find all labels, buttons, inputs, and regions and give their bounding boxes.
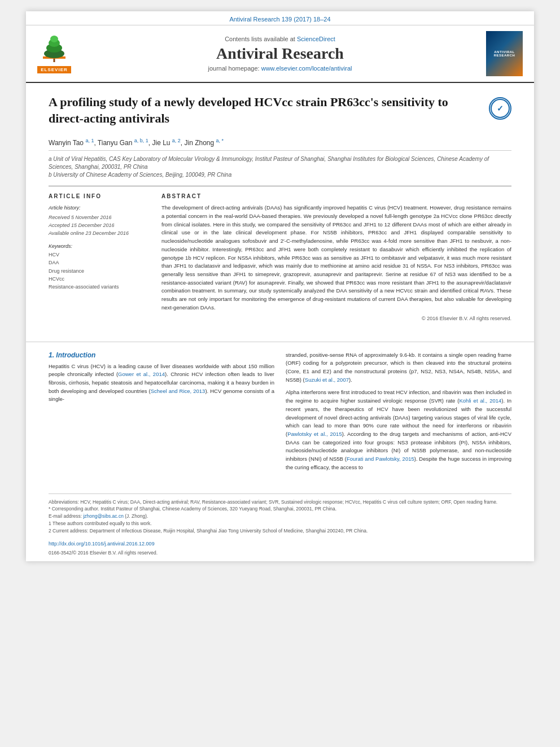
received-date: Received 5 November 2016	[49, 213, 150, 221]
svg-point-4	[50, 36, 58, 42]
abstract-text: The development of direct-acting antivir…	[161, 204, 511, 312]
journal-cover-image: ANTIVIRAL RESEARCH	[486, 31, 523, 76]
authors-line: Wanyin Tao a, 1, Tianyu Gan a, b, 1, Jie…	[49, 138, 511, 147]
journal-header-center: Contents lists available at ScienceDirec…	[82, 36, 478, 72]
affiliations: a Unit of Viral Hepatitis, CAS Key Labor…	[49, 150, 511, 179]
homepage-link[interactable]: www.elsevier.com/locate/antiviral	[261, 65, 352, 72]
journal-homepage: journal homepage: www.elsevier.com/locat…	[82, 65, 478, 72]
article-title: A profiling study of a newly developed H…	[49, 94, 511, 126]
abstract-section: ABSTRACT The development of direct-actin…	[161, 193, 511, 321]
accepted-date: Accepted 15 December 2016	[49, 221, 150, 229]
elsevier-tree-icon	[37, 34, 71, 65]
corresponding-note: * Corresponding author. Institut Pasteur…	[49, 505, 511, 513]
intro-paragraph-3: Alpha interferons were first introduced …	[286, 388, 511, 471]
body-left-column: 1. Introduction Hepatitis C virus (HCV) …	[49, 351, 274, 477]
journal-header: ELSEVIER Contents lists available at Sci…	[26, 25, 534, 83]
sciencedirect-link[interactable]: ScienceDirect	[297, 36, 335, 42]
article-content: ✓ A profiling study of a newly developed…	[26, 83, 534, 333]
keywords-label: Keywords:	[49, 243, 150, 249]
affiliation-a: a Unit of Viral Hepatitis, CAS Key Labor…	[49, 155, 511, 171]
journal-title: Antiviral Research	[82, 45, 478, 63]
contents-available-line: Contents lists available at ScienceDirec…	[82, 36, 478, 42]
copyright-line: © 2016 Elsevier B.V. All rights reserved…	[161, 316, 511, 321]
doi-line: http://dx.doi.org/10.1016/j.antiviral.20…	[26, 539, 534, 549]
crossmark-icon: ✓	[489, 97, 511, 120]
email-note: E-mail address: jzhong@sibs.ac.cn (J. Zh…	[49, 513, 511, 520]
crossmark-svg: ✓	[490, 98, 510, 119]
elsevier-label: ELSEVIER	[37, 66, 71, 73]
pawlotsky-ref-link[interactable]: Pawlotsky et al., 2015	[287, 431, 342, 437]
doi-link[interactable]: http://dx.doi.org/10.1016/j.antiviral.20…	[49, 541, 155, 547]
intro-heading: 1. Introduction	[49, 351, 274, 359]
section-divider	[26, 342, 534, 342]
abbreviations-note: Abbreviations: HCV, Hepatitis C virus; D…	[49, 499, 511, 506]
gower-ref-link[interactable]: Gower et al., 2014	[118, 371, 165, 377]
elsevier-logo-section: ELSEVIER	[37, 34, 82, 73]
intro-paragraph-1: Hepatitis C virus (HCV) is a leading cau…	[49, 362, 274, 404]
article-info-section: ARTICLE INFO Article history: Received 5…	[49, 193, 150, 321]
footnote-2: 2 Current address: Department of Infecti…	[49, 527, 511, 535]
footnotes-section: Abbreviations: HCV, Hepatitis C virus; D…	[49, 493, 511, 539]
fourati-ref-link[interactable]: Fourati and Pawlotsky, 2015	[347, 456, 414, 462]
article-info-heading: ARTICLE INFO	[49, 193, 150, 199]
scheel-ref-link[interactable]: Scheel and Rice, 2013	[151, 388, 205, 394]
elsevier-logo: ELSEVIER	[37, 34, 71, 73]
journal-cover-section: ANTIVIRAL RESEARCH	[478, 31, 523, 76]
journal-reference: Antiviral Research 139 (2017) 18–24	[26, 11, 534, 25]
available-date: Available online 23 December 2016	[49, 229, 150, 237]
crossmark-badge: ✓	[489, 97, 511, 120]
body-content: 1. Introduction Hepatitis C virus (HCV) …	[26, 351, 534, 488]
body-right-column: stranded, positive-sense RNA of approxim…	[286, 351, 511, 477]
history-label: Article history:	[49, 204, 150, 212]
keywords-list: HCVDAADrug resistanceHCVccResistance-ass…	[49, 251, 150, 291]
abstract-heading: ABSTRACT	[161, 193, 511, 199]
suzuki-ref-link[interactable]: Suzuki et al., 2007	[305, 377, 349, 383]
footnote-1: 1 These authors contributed equally to t…	[49, 520, 511, 527]
article-info-abstract: ARTICLE INFO Article history: Received 5…	[49, 186, 511, 321]
email-link[interactable]: jzhong@sibs.ac.cn	[83, 513, 123, 519]
intro-paragraph-2: stranded, positive-sense RNA of approxim…	[286, 351, 511, 385]
kohli-ref-link[interactable]: Kohli et al., 2014	[460, 397, 502, 404]
article-history: Article history: Received 5 November 201…	[49, 204, 150, 238]
svg-text:✓: ✓	[497, 104, 504, 113]
affiliation-b: b University of Chinese Academy of Scien…	[49, 171, 511, 179]
keywords-section: Keywords: HCVDAADrug resistanceHCVccResi…	[49, 243, 150, 291]
rights-line: 0166-3542/© 2016 Elsevier B.V. All right…	[26, 549, 534, 561]
